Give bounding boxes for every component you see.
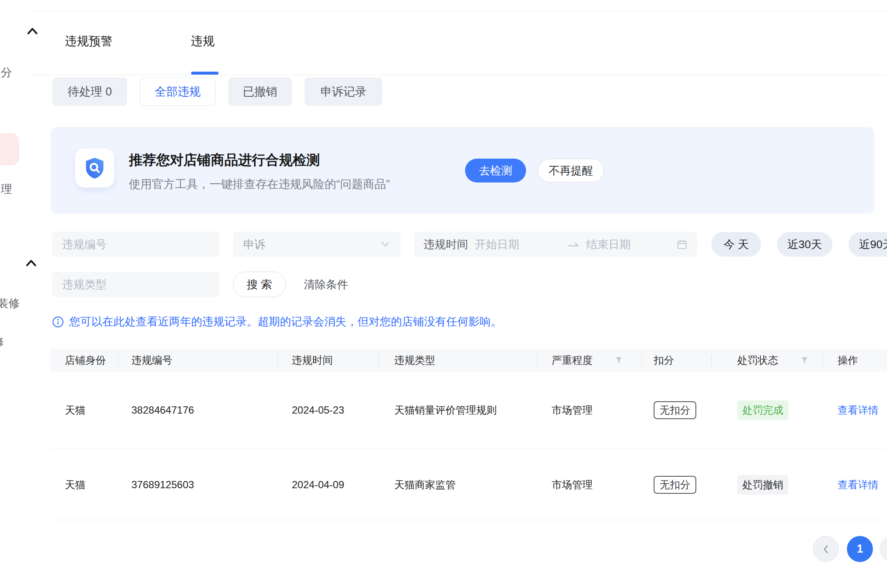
cell-violation-id: 38284647176 — [119, 371, 278, 449]
sidebar-item[interactable]: 修 — [0, 334, 4, 349]
column-header-deduction: 扣分 — [642, 349, 712, 371]
arrow-right-icon — [567, 240, 580, 249]
chevron-down-icon — [380, 241, 390, 248]
filter-row-2: 搜 索 清除条件 — [52, 272, 348, 297]
cell-store-identity: 天猫 — [51, 449, 119, 520]
violation-management-page: 分 理 装修 修 违规预警 违规 待处理 0 全部违规 已撤销 申诉记录 — [0, 0, 887, 588]
cell-actions: 查看详情 — [823, 449, 887, 520]
appeal-select-label: 申诉 — [243, 237, 265, 252]
status-badge: 处罚完成 — [737, 400, 788, 420]
banner-subtitle: 使用官方工具，一键排查存在违规风险的“问题商品” — [129, 177, 390, 192]
column-header-violation-time: 违规时间 — [278, 349, 379, 371]
cell-penalty-status: 处罚完成 — [712, 371, 823, 449]
sidebar-item[interactable]: 理 — [1, 182, 12, 197]
compliance-check-banner: 推荐您对店铺商品进行合规检测 使用官方工具，一键排查存在违规风险的“问题商品” … — [51, 127, 874, 214]
banner-title: 推荐您对店铺商品进行合规检测 — [129, 151, 320, 170]
start-date-placeholder: 开始日期 — [475, 237, 519, 252]
main-panel: 违规预警 违规 待处理 0 全部违规 已撤销 申诉记录 推 — [32, 0, 887, 588]
filter-funnel-icon[interactable] — [800, 356, 808, 364]
go-check-button[interactable]: 去检测 — [465, 159, 526, 182]
subtab-pending[interactable]: 待处理 0 — [52, 78, 127, 106]
subtab-appeal-records[interactable]: 申诉记录 — [305, 78, 382, 106]
cell-severity: 市场管理 — [538, 371, 642, 449]
column-header-violation-type: 违规类型 — [379, 349, 538, 371]
subtab-all-violations[interactable]: 全部违规 — [140, 78, 215, 106]
cell-violation-type: 天猫销量评价管理规则 — [379, 371, 538, 449]
column-header-penalty-status: 处罚状态 — [712, 349, 823, 371]
pagination-prev-button[interactable] — [813, 536, 839, 562]
tab-violation[interactable]: 违规 — [191, 33, 215, 49]
chevron-left-icon — [822, 544, 830, 554]
cell-violation-id: 37689125603 — [119, 449, 278, 520]
top-divider — [32, 11, 887, 11]
quick-range-90days-button[interactable]: 近90天 — [849, 232, 887, 257]
cell-actions: 查看详情 — [823, 371, 887, 449]
status-badge: 处罚撤销 — [737, 475, 788, 495]
violation-id-input[interactable] — [52, 232, 219, 257]
violation-date-range-picker[interactable]: 违规时间 开始日期 结束日期 — [414, 232, 697, 257]
date-range-label: 违规时间 — [424, 237, 468, 252]
cell-violation-time: 2024-04-09 — [278, 449, 379, 520]
view-details-link[interactable]: 查看详情 — [838, 403, 878, 417]
view-details-link[interactable]: 查看详情 — [838, 478, 878, 492]
cell-deduction: 无扣分 — [642, 449, 712, 520]
filter-funnel-icon[interactable] — [615, 356, 623, 364]
table-row: 天猫 37689125603 2024-04-09 天猫商家监管 市场管理 无扣… — [51, 449, 887, 520]
active-tab-underline — [191, 72, 218, 75]
dismiss-reminder-button[interactable]: 不再提醒 — [538, 159, 604, 182]
search-button[interactable]: 搜 索 — [233, 272, 286, 297]
appeal-select[interactable]: 申诉 — [233, 232, 401, 257]
notice-text: 您可以在此处查看近两年的违规记录。超期的记录会消失，但对您的店铺没有任何影响。 — [69, 314, 502, 329]
cell-violation-type: 天猫商家监管 — [379, 449, 538, 520]
cell-severity: 市场管理 — [538, 449, 642, 520]
cell-violation-time: 2024-05-23 — [278, 371, 379, 449]
no-deduction-stamp: 无扣分 — [654, 401, 696, 419]
quick-range-today-button[interactable]: 今 天 — [711, 232, 761, 257]
column-header-severity: 严重程度 — [538, 349, 642, 371]
column-header-store-identity: 店铺身份 — [51, 349, 119, 371]
filter-row-1: 申诉 违规时间 开始日期 结束日期 今 天 近30天 近90天 — [52, 232, 887, 257]
cell-penalty-status: 处罚撤销 — [712, 449, 823, 520]
pagination-next-button[interactable] — [880, 536, 887, 562]
violations-table: 店铺身份 违规编号 违规时间 违规类型 严重程度 扣分 处罚状态 操 — [51, 349, 887, 520]
column-header-violation-id: 违规编号 — [119, 349, 278, 371]
end-date-placeholder: 结束日期 — [586, 237, 631, 252]
sidebar-item[interactable]: 分 — [1, 65, 12, 80]
table-header: 店铺身份 违规编号 违规时间 违规类型 严重程度 扣分 处罚状态 操 — [51, 349, 887, 371]
sidebar-item[interactable]: 装修 — [0, 296, 20, 311]
quick-range-30days-button[interactable]: 近30天 — [777, 232, 832, 257]
records-notice: 您可以在此处查看近两年的违规记录。超期的记录会消失，但对您的店铺没有任何影响。 — [52, 314, 502, 329]
cell-store-identity: 天猫 — [51, 371, 119, 449]
violation-type-input[interactable] — [52, 272, 219, 297]
table-row: 天猫 38284647176 2024-05-23 天猫销量评价管理规则 市场管… — [51, 371, 887, 449]
subtab-revoked[interactable]: 已撤销 — [228, 78, 292, 106]
cell-deduction: 无扣分 — [642, 371, 712, 449]
sidebar: 分 理 装修 修 — [0, 0, 32, 588]
tabs-divider — [32, 75, 887, 75]
shield-search-icon — [75, 148, 114, 188]
tab-violation-warning[interactable]: 违规预警 — [65, 33, 113, 49]
calendar-icon — [676, 239, 688, 250]
info-circle-icon — [52, 316, 64, 328]
pagination-page-1[interactable]: 1 — [847, 536, 873, 562]
no-deduction-stamp: 无扣分 — [654, 476, 696, 494]
sidebar-active-item-highlight[interactable] — [0, 133, 19, 165]
clear-filters-link[interactable]: 清除条件 — [304, 277, 348, 292]
column-header-actions: 操作 — [823, 349, 887, 371]
violation-subtabs: 待处理 0 全部违规 已撤销 申诉记录 — [52, 78, 382, 106]
